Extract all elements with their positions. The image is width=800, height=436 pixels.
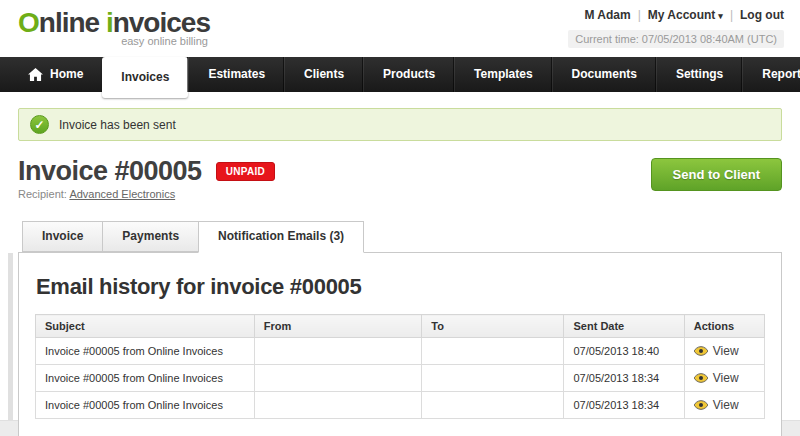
eye-icon (694, 346, 708, 356)
cell-actions: View (684, 365, 764, 392)
nav-item-estimates[interactable]: Estimates (188, 57, 284, 92)
eye-icon (694, 373, 708, 383)
header-separator: | (730, 8, 733, 22)
cell-from (254, 392, 422, 419)
check-circle-icon: ✓ (30, 115, 49, 134)
nav-item-products[interactable]: Products (363, 57, 454, 92)
logo-wordmark: Online invoices (18, 8, 210, 38)
recipient-link[interactable]: Advanced Electronics (69, 188, 175, 200)
nav-item-settings[interactable]: Settings (656, 57, 742, 92)
chevron-down-icon: ▾ (718, 11, 723, 21)
nav-item-templates[interactable]: Templates (454, 57, 551, 92)
email-history-table: Subject From To Sent Date Actions Invoic… (35, 314, 765, 419)
status-badge: UNPAID (216, 162, 275, 181)
cell-subject: Invoice #00005 from Online Invoices (36, 338, 255, 365)
nav-item-invoices[interactable]: Invoices (102, 57, 188, 98)
user-name-link[interactable]: M Adam (584, 8, 630, 22)
page-title: Invoice #00005 (18, 156, 202, 186)
logo-text-nvoices: nvoices (113, 7, 210, 38)
table-row: Invoice #00005 from Online Invoices 07/0… (36, 392, 765, 419)
cell-from (254, 338, 422, 365)
column-header-from: From (254, 315, 422, 338)
recipient-label: Recipient: (18, 188, 67, 200)
view-email-link[interactable]: View (694, 371, 739, 385)
tab-notification-emails[interactable]: Notification Emails (3) (198, 221, 364, 253)
tab-invoice[interactable]: Invoice (22, 221, 103, 252)
tab-panel: Email history for invoice #00005 Subject… (18, 252, 782, 436)
logout-link[interactable]: Log out (740, 8, 784, 22)
user-area: M Adam|My Account▾|Log out Current time:… (568, 0, 784, 57)
logo-text-nline: nline (39, 7, 99, 38)
cell-actions: View (684, 338, 764, 365)
eye-icon (694, 400, 708, 410)
nav-item-reports[interactable]: Reports (742, 57, 800, 92)
logo-letter-o: O (18, 7, 39, 38)
alert-message: Invoice has been sent (59, 118, 176, 132)
cell-to (422, 365, 564, 392)
column-header-subject: Subject (36, 315, 255, 338)
table-row: Invoice #00005 from Online Invoices 07/0… (36, 338, 765, 365)
home-icon (28, 68, 43, 81)
invoice-title-block: Invoice #00005UNPAID Recipient: Advanced… (18, 156, 275, 200)
cell-subject: Invoice #00005 from Online Invoices (36, 365, 255, 392)
nav-item-home[interactable]: Home (26, 57, 102, 92)
column-header-actions: Actions (684, 315, 764, 338)
nav-item-clients[interactable]: Clients (284, 57, 363, 92)
recipient-line: Recipient: Advanced Electronics (18, 188, 275, 200)
cell-subject: Invoice #00005 from Online Invoices (36, 392, 255, 419)
main-nav: Home Invoices Estimates Clients Products… (0, 57, 800, 92)
cell-sent-date: 07/05/2013 18:34 (564, 365, 684, 392)
invoice-header: Invoice #00005UNPAID Recipient: Advanced… (18, 156, 782, 200)
cell-sent-date: 07/05/2013 18:34 (564, 392, 684, 419)
cell-sent-date: 07/05/2013 18:40 (564, 338, 684, 365)
column-header-sent-date: Sent Date (564, 315, 684, 338)
email-history-heading: Email history for invoice #00005 (36, 274, 765, 300)
tab-payments[interactable]: Payments (102, 221, 199, 252)
nav-item-documents[interactable]: Documents (552, 57, 656, 92)
send-to-client-button[interactable]: Send to Client (651, 158, 782, 191)
logo-letter-i: i (106, 7, 113, 38)
view-email-link[interactable]: View (694, 398, 739, 412)
cell-to (422, 338, 564, 365)
table-row: Invoice #00005 from Online Invoices 07/0… (36, 365, 765, 392)
top-header: Online invoices easy online billing M Ad… (0, 0, 800, 57)
left-gutter-strip (8, 253, 13, 436)
success-alert: ✓ Invoice has been sent (18, 108, 782, 141)
my-account-menu[interactable]: My Account▾ (648, 8, 723, 22)
cell-actions: View (684, 392, 764, 419)
view-email-link[interactable]: View (694, 344, 739, 358)
table-header-row: Subject From To Sent Date Actions (36, 315, 765, 338)
cell-from (254, 365, 422, 392)
column-header-to: To (422, 315, 564, 338)
header-separator: | (638, 8, 641, 22)
app-logo: Online invoices easy online billing (18, 0, 210, 57)
invoice-tabs: Invoice Payments Notification Emails (3) (22, 221, 800, 252)
current-time: Current time: 07/05/2013 08:40AM (UTC) (568, 29, 784, 48)
cell-to (422, 392, 564, 419)
